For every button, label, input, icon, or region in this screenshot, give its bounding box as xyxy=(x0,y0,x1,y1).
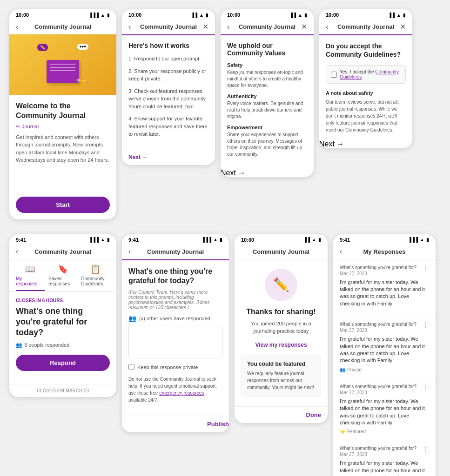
response-header-1: What's something you're grateful for? Ma… xyxy=(340,265,429,279)
users-responded: 👥 (x) other users have responded xyxy=(128,315,222,322)
wifi-icon-8: ▲ xyxy=(420,237,424,242)
section-title-2: Here's how it works xyxy=(128,42,208,49)
value-safety-heading: Safety xyxy=(227,62,307,68)
welcome-desc: Get inspired and connect with others thr… xyxy=(16,133,110,164)
tab-community-guidelines[interactable]: 📋 Community Guidelines xyxy=(81,264,110,291)
wifi-icon-5: ▲ xyxy=(101,237,105,242)
people-icon: 👥 xyxy=(16,342,22,348)
screen-community-values: 10:00 ▐▐ ▲ ▮ ‹ Community Journal ✕ We up… xyxy=(221,9,314,177)
status-bar-5: 9:41 ▐▐▐ ▲ ▮ xyxy=(9,234,116,245)
tab-saved-responses-label: Saved responses xyxy=(48,276,77,286)
wifi-icon-6: ▲ xyxy=(213,237,218,242)
journal-label: ✏ Journal xyxy=(16,124,110,130)
response-textarea[interactable] xyxy=(128,326,222,358)
back-button-5[interactable]: ‹ xyxy=(16,247,18,256)
back-button-4[interactable]: ‹ xyxy=(326,23,328,31)
guidelines-checkbox-row[interactable]: Yes, I accept the Community Guidelines xyxy=(326,65,406,84)
back-button-6[interactable]: ‹ xyxy=(128,247,131,256)
featured-text: We regularly feature journal responses f… xyxy=(247,370,315,391)
next-button-4[interactable]: Next → xyxy=(319,140,412,148)
response-info-1: What's something you're grateful for? Ma… xyxy=(340,265,416,279)
nav-title-5: Community Journal xyxy=(34,248,91,255)
tab-my-responses-label: My responses xyxy=(16,276,45,286)
featured-icon: ⭐ xyxy=(340,429,345,434)
time-4: 10:00 xyxy=(326,12,339,18)
publish-button[interactable]: Publish xyxy=(207,421,229,428)
closed-notice: CLOSED ON MARCH 23 xyxy=(9,384,116,397)
status-icons-2: ▐▐ ▲ ▮ xyxy=(191,13,208,18)
value-empowerment-heading: Empowerment xyxy=(227,125,307,130)
back-button-1[interactable]: ‹ xyxy=(16,23,18,31)
wifi-icon-2: ▲ xyxy=(199,13,204,18)
nav-bar-5: ‹ Community Journal xyxy=(9,245,116,259)
signal-icon-6: ▐▐▐ xyxy=(201,237,211,242)
view-responses-button[interactable]: View my responses xyxy=(241,342,321,348)
private-check-row[interactable]: Keep this response private xyxy=(128,364,222,370)
featured-note: You could be featured We regularly featu… xyxy=(241,355,321,397)
guidelines-content: Do you accept the Community Guidelines? … xyxy=(319,35,412,140)
response-text-4: I'm grateful for my sister today. We tal… xyxy=(340,460,429,476)
response-info-3: What's something you're grateful for? Ma… xyxy=(340,384,416,398)
emergency-resources-link[interactable]: emergency resources xyxy=(159,390,204,396)
done-button-row: Done xyxy=(235,406,328,423)
private-checkbox[interactable] xyxy=(128,364,134,370)
pencil-icon: ✏ xyxy=(16,124,20,130)
back-button-3[interactable]: ‹ xyxy=(227,23,229,31)
nav-bar-7: Community Journal xyxy=(235,245,328,259)
next-button-3[interactable]: Next → xyxy=(221,169,314,177)
nav-bar-6: ‹ Community Journal xyxy=(122,245,229,259)
more-icon-4[interactable]: ⋮ xyxy=(423,446,429,453)
nav-bar-4: ‹ Community Journal ✕ xyxy=(319,20,412,34)
safety-note-6: Do not use the Community Journal to seek… xyxy=(128,376,222,403)
wifi-icon: ▲ xyxy=(101,13,105,18)
signal-icon-5: ▐▐▐ xyxy=(89,237,99,242)
start-button[interactable]: Start xyxy=(16,197,110,213)
status-icons-1: ▐▐▐ ▲ ▮ xyxy=(89,13,110,18)
close-button-2[interactable]: ✕ xyxy=(202,22,208,31)
step-4: 4. Show support for your favorite featur… xyxy=(128,115,208,138)
my-responses-icon: 📖 xyxy=(25,264,35,274)
status-icons-5: ▐▐▐ ▲ ▮ xyxy=(89,237,110,242)
more-icon-1[interactable]: ⋮ xyxy=(423,265,429,272)
tab-community-guidelines-label: Community Guidelines xyxy=(81,276,110,286)
status-bar-3: 10:00 ▐▐ ▲ ▮ xyxy=(221,9,314,20)
status-bar-1: 10:00 ▐▐▐ ▲ ▮ xyxy=(9,9,116,20)
screen-how-it-works: 10:00 ▐▐ ▲ ▮ ‹ Community Journal ✕ Here'… xyxy=(122,9,215,165)
nav-bar-3: ‹ Community Journal ✕ xyxy=(221,20,314,34)
response-prompt-2: What's something you're grateful for? xyxy=(340,322,416,327)
battery-icon-3: ▮ xyxy=(304,13,307,18)
edit-icon: ✏️ xyxy=(273,277,289,292)
nav-bar-2: ‹ Community Journal ✕ xyxy=(122,20,215,34)
respond-button[interactable]: Respond xyxy=(16,355,110,371)
response-prompt-4: What's something you're grateful for? xyxy=(340,446,416,451)
context-note: (For Content Team: Here's some more cont… xyxy=(128,290,222,310)
response-date-3: Mar 27, 2023 xyxy=(340,390,416,395)
close-button-3[interactable]: ✕ xyxy=(301,22,307,31)
people-responded: 👥 3 people responded xyxy=(16,342,110,348)
how-it-works-content: Here's how it works 1. Respond to our op… xyxy=(122,35,215,149)
closes-label: CLOSES IN 6 HOURS xyxy=(16,298,110,303)
screen-thanks: 10:00 ▐▐ ▲ ▮ Community Journal ✏️ Thanks… xyxy=(235,234,328,423)
more-icon-3[interactable]: ⋮ xyxy=(423,384,429,391)
status-icons-8: ▐▐▐ ▲ ▮ xyxy=(408,237,429,242)
wifi-icon-7: ▲ xyxy=(312,237,316,242)
response-date-1: Mar 27, 2023 xyxy=(340,271,416,276)
response-header-2: What's something you're grateful for? Ma… xyxy=(340,322,429,336)
close-button-4[interactable]: ✕ xyxy=(400,22,406,31)
tab-my-responses[interactable]: 📖 My responses xyxy=(16,264,45,291)
thanks-content: ✏️ Thanks for sharing! You joined 200 pe… xyxy=(235,259,328,406)
back-button-8[interactable]: ‹ xyxy=(340,247,342,256)
list-item: What's something you're grateful for? Ma… xyxy=(333,259,436,317)
done-button[interactable]: Done xyxy=(306,411,322,418)
response-list: What's something you're grateful for? Ma… xyxy=(333,259,436,476)
guidelines-checkbox[interactable] xyxy=(331,72,337,78)
list-item: What's something you're grateful for? Ma… xyxy=(333,316,436,378)
battery-icon-2: ▮ xyxy=(206,13,208,18)
more-icon-2[interactable]: ⋮ xyxy=(423,322,429,329)
response-text-3: I'm grateful for my sister today. We tal… xyxy=(340,398,429,427)
back-button-2[interactable]: ‹ xyxy=(128,23,131,31)
nav-title-1: Community Journal xyxy=(34,23,91,30)
tab-saved-responses[interactable]: 🔖 Saved responses xyxy=(48,264,77,291)
nav-title-3: Community Journal xyxy=(239,23,296,30)
next-button-2[interactable]: Next → xyxy=(122,149,215,165)
